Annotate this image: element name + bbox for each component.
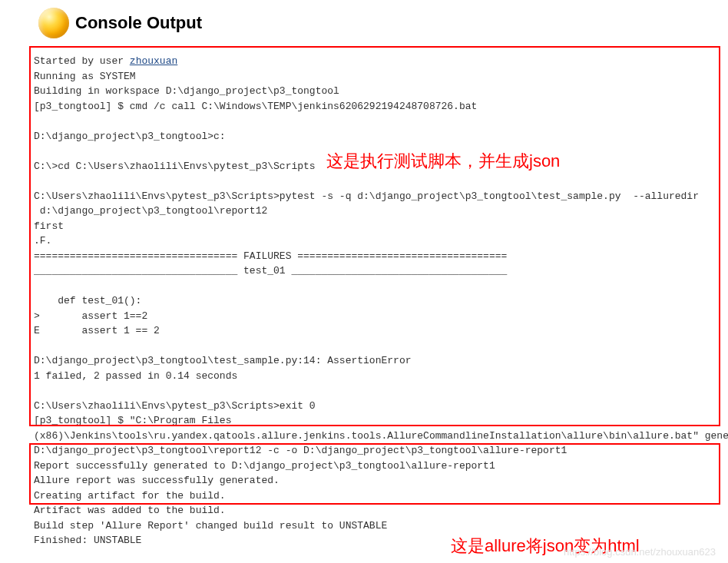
console-line: first [34,220,64,232]
watermark: https://blog.csdn.net/zhouxuan623 [564,546,716,558]
console-line: Artifact was added to the build. [34,505,226,516]
console-line: D:\django_project\p3_tongtool>c: [34,131,226,142]
console-line: 1 failed, 2 passed in 0.14 seconds [34,370,237,382]
console-line: [p3_tongtool] $ "C:\Program Files [34,415,237,426]
console-line: E assert 1 == 2 [34,325,160,336]
console-line: [p3_tongtool] $ cmd /c call C:\Windows\T… [34,101,477,112]
console-line: ================================== FAILU… [34,250,507,262]
console-line: Finished: UNSTABLE [34,535,141,546]
console-line: C:\Users\zhaolili\Envs\pytest_p3\Scripts… [34,400,321,412]
console-line: D:\django_project\p3_tongtool\test_sampl… [34,355,411,366]
console-line: Allure report was successfully generated… [34,475,280,486]
page-title: Console Output [75,13,202,33]
console-line: .F. [34,235,51,247]
console-line: d:\django_project\p3_tongtool\report12 [34,205,267,217]
console-line: (x86)\Jenkins\tools\ru.yandex.qatools.al… [34,430,728,442]
user-link[interactable]: zhouxuan [130,55,177,67]
console-line: D:\django_project\p3_tongtool\report12 -… [34,445,567,456]
console-output: Started by user zhouxuan Running as SYST… [23,46,705,556]
console-line: Creating artifact for the build. [34,490,226,502]
console-line: Build step 'Allure Report' changed build… [34,520,387,532]
console-line: C:\Users\zhaolili\Envs\pytest_p3\Scripts… [34,190,699,202]
console-line: Building in workspace D:\django_project\… [34,85,339,97]
console-line: Report successfully generated to D:\djan… [34,460,495,472]
console-wrapper: Started by user zhouxuan Running as SYST… [8,46,720,556]
console-line: C:\>cd C:\Users\zhaolili\Envs\pytest_p3\… [34,161,316,172]
console-line: def test_01(): [34,295,141,306]
started-by-prefix: Started by user [34,55,130,67]
console-line: Running as SYSTEM [34,71,136,82]
annotation-text-1: 这是执行测试脚本，并生成json [326,150,560,173]
console-line: > assert 1==2 [34,310,147,322]
page-header: Console Output [8,8,720,38]
console-line: __________________________________ test_… [34,265,507,277]
orb-icon [38,8,69,38]
